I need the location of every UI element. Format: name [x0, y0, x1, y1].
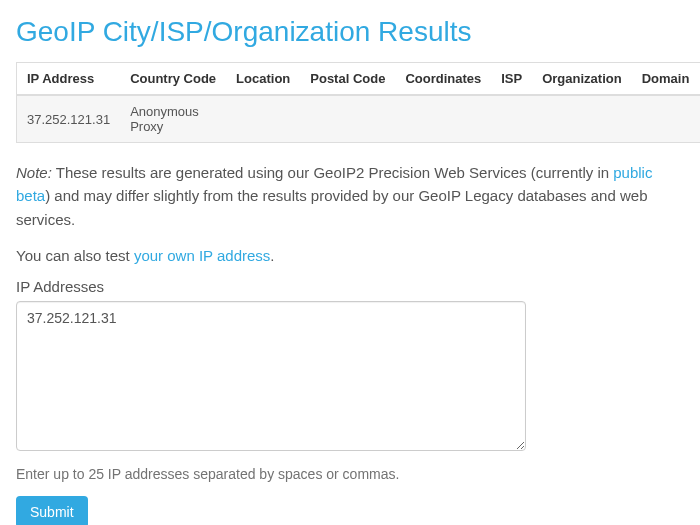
also-test-prefix: You can also test — [16, 247, 134, 264]
col-organization: Organization — [532, 63, 631, 96]
cell-organization — [532, 95, 631, 143]
results-table: IP Address Country Code Location Postal … — [16, 62, 700, 143]
col-postal-code: Postal Code — [300, 63, 395, 96]
page-title: GeoIP City/ISP/Organization Results — [16, 16, 684, 48]
note-text: Note: These results are generated using … — [16, 161, 684, 231]
cell-location — [226, 95, 300, 143]
col-coordinates: Coordinates — [395, 63, 491, 96]
col-domain: Domain — [632, 63, 700, 96]
ip-addresses-input[interactable] — [16, 301, 526, 451]
table-row: 37.252.121.31 Anonymous Proxy — [17, 95, 701, 143]
help-text: Enter up to 25 IP addresses separated by… — [16, 466, 684, 482]
also-test-suffix: . — [270, 247, 274, 264]
note-part2: ) and may differ slightly from the resul… — [16, 187, 647, 227]
submit-button[interactable]: Submit — [16, 496, 88, 525]
ip-addresses-label: IP Addresses — [16, 278, 684, 295]
cell-isp — [491, 95, 532, 143]
col-location: Location — [226, 63, 300, 96]
cell-ip: 37.252.121.31 — [17, 95, 121, 143]
note-part1: These results are generated using our Ge… — [52, 164, 613, 181]
own-ip-link[interactable]: your own IP address — [134, 247, 270, 264]
col-ip-address: IP Address — [17, 63, 121, 96]
cell-country-code: Anonymous Proxy — [120, 95, 226, 143]
note-prefix: Note: — [16, 164, 52, 181]
col-isp: ISP — [491, 63, 532, 96]
col-country-code: Country Code — [120, 63, 226, 96]
cell-postal-code — [300, 95, 395, 143]
cell-domain — [632, 95, 700, 143]
also-test-text: You can also test your own IP address. — [16, 247, 684, 264]
cell-coordinates — [395, 95, 491, 143]
